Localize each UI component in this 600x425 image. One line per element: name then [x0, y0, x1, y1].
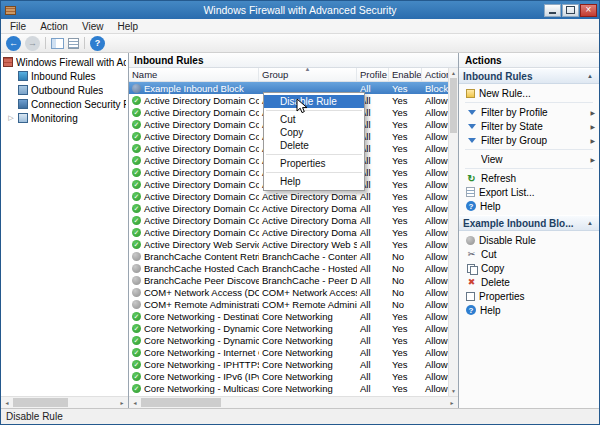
- context-menu-copy[interactable]: Copy: [264, 126, 364, 139]
- table-row[interactable]: Active Directory Domain Controller - W3.…: [129, 226, 448, 238]
- column-header-enabled[interactable]: Enabled: [389, 68, 422, 81]
- scroll-thumb[interactable]: [141, 398, 221, 407]
- rule-profile-cell: All: [357, 310, 389, 322]
- context-menu-help[interactable]: Help: [264, 175, 364, 188]
- tree-horizontal-scrollbar[interactable]: ◄ ►: [1, 396, 128, 408]
- minimize-button[interactable]: [544, 4, 561, 17]
- scroll-thumb[interactable]: [450, 78, 457, 133]
- context-menu-disable-rule[interactable]: Disable Rule: [264, 95, 364, 108]
- action-filter-by-state[interactable]: Filter by State▶: [459, 119, 599, 133]
- collapse-arrow-icon[interactable]: ▲: [585, 220, 595, 226]
- scroll-right-button[interactable]: ►: [446, 400, 458, 406]
- column-header-action[interactable]: Action: [422, 68, 448, 81]
- table-row[interactable]: Core Networking - Multicast Listener Do.…: [129, 382, 448, 394]
- allow-rule-icon: [132, 204, 141, 213]
- action-filter-by-group[interactable]: Filter by Group▶: [459, 133, 599, 147]
- scroll-right-button[interactable]: ►: [116, 400, 128, 406]
- menu-help[interactable]: Help: [110, 20, 145, 33]
- help-button[interactable]: [90, 36, 105, 51]
- table-row[interactable]: Active Directory Domain Controller (RPC)…: [129, 202, 448, 214]
- maximize-button[interactable]: [562, 4, 579, 17]
- column-header-name[interactable]: Name: [129, 68, 259, 81]
- table-row[interactable]: BranchCache Content Retrieval (HTTP-In)B…: [129, 250, 448, 262]
- rule-enabled-cell: Yes: [389, 154, 422, 166]
- scroll-track[interactable]: [13, 397, 116, 408]
- column-header-group[interactable]: Group▲: [259, 68, 357, 81]
- scroll-thumb[interactable]: [13, 398, 68, 407]
- connection-security-rules-icon: [18, 99, 28, 109]
- scroll-down-button[interactable]: ▼: [451, 386, 456, 396]
- rule-action-cell: Allow: [422, 226, 448, 238]
- tree-item-monitoring[interactable]: ▷Monitoring: [1, 111, 128, 125]
- action-cut[interactable]: Cut: [459, 247, 599, 261]
- inbound-rules-icon: [18, 71, 28, 81]
- back-button[interactable]: [6, 36, 21, 51]
- table-row[interactable]: Core Networking - Destination Unreacha..…: [129, 310, 448, 322]
- rule-name-cell: COM+ Remote Administration (DCOM-In): [129, 298, 259, 310]
- action-view[interactable]: View▶: [459, 152, 599, 166]
- rule-name-cell: COM+ Network Access (DCOM-In): [129, 286, 259, 298]
- table-row[interactable]: Core Networking - Dynamic Host Config...…: [129, 334, 448, 346]
- rule-action-cell: Allow: [422, 142, 448, 154]
- menu-file[interactable]: File: [3, 20, 33, 33]
- tree-item-inbound-rules[interactable]: Inbound Rules: [1, 69, 128, 83]
- rule-profile-cell: All: [357, 322, 389, 334]
- context-menu-delete[interactable]: Delete: [264, 139, 364, 152]
- table-row[interactable]: Active Directory Domain Controller (RPC.…: [129, 214, 448, 226]
- tree-item-connection-security-rules[interactable]: Connection Security Rules: [1, 97, 128, 111]
- close-button[interactable]: [580, 4, 597, 17]
- rule-enabled-cell: Yes: [389, 202, 422, 214]
- action-delete[interactable]: Delete: [459, 275, 599, 289]
- action-help[interactable]: Help: [459, 303, 599, 317]
- rule-name-cell: Active Directory Domain Controller - SA.…: [129, 190, 259, 202]
- rule-action-cell: Allow: [422, 370, 448, 382]
- scroll-track[interactable]: [449, 78, 458, 386]
- list-horizontal-scrollbar[interactable]: ◄ ►: [129, 396, 458, 408]
- submenu-arrow-icon: ▶: [590, 137, 595, 144]
- table-row[interactable]: Core Networking - Internet Group Mana...…: [129, 346, 448, 358]
- export-list-button[interactable]: [68, 38, 79, 49]
- rule-profile-cell: All: [357, 298, 389, 310]
- tree-root[interactable]: Windows Firewall with Advanc: [1, 55, 128, 69]
- section-header-example-inbound-blo[interactable]: Example Inbound Blo...▲: [459, 215, 599, 231]
- table-row[interactable]: Core Networking - IPHTTPS (TCP-In)Core N…: [129, 358, 448, 370]
- actions-sections: Inbound Rules▲New Rule...Filter by Profi…: [459, 68, 599, 319]
- table-row[interactable]: Core Networking - IPv6 (IPv6-In)Core Net…: [129, 370, 448, 382]
- tree-item-outbound-rules[interactable]: Outbound Rules: [1, 83, 128, 97]
- allow-rule-icon: [132, 324, 141, 333]
- table-row[interactable]: Core Networking - Dynamic Host Config...…: [129, 322, 448, 334]
- scroll-left-button[interactable]: ◄: [1, 400, 13, 406]
- menu-view[interactable]: View: [75, 20, 111, 33]
- show-tree-button[interactable]: [51, 38, 64, 49]
- vertical-scrollbar[interactable]: ▲ ▼: [448, 68, 458, 396]
- context-menu-cut[interactable]: Cut: [264, 113, 364, 126]
- action-filter-by-profile[interactable]: Filter by Profile▶: [459, 105, 599, 119]
- table-row[interactable]: COM+ Remote Administration (DCOM-In)COM+…: [129, 298, 448, 310]
- context-menu-properties[interactable]: Properties: [264, 157, 364, 170]
- scroll-track[interactable]: [141, 397, 446, 408]
- forward-button[interactable]: [25, 36, 40, 51]
- action-disable-rule[interactable]: Disable Rule: [459, 233, 599, 247]
- action-new-rule[interactable]: New Rule...: [459, 86, 599, 100]
- table-row[interactable]: Active Directory Web Services (TCP-In)Ac…: [129, 238, 448, 250]
- column-header-profile[interactable]: Profile: [357, 68, 389, 81]
- action-export-list[interactable]: Export List...: [459, 185, 599, 199]
- action-help[interactable]: Help: [459, 199, 599, 213]
- action-refresh[interactable]: Refresh: [459, 171, 599, 185]
- collapse-arrow-icon[interactable]: ▲: [585, 73, 595, 79]
- rule-enabled-cell: Yes: [389, 178, 422, 190]
- table-row[interactable]: COM+ Network Access (DCOM-In)COM+ Networ…: [129, 286, 448, 298]
- table-row[interactable]: BranchCache Hosted Cache Server (HTT...B…: [129, 262, 448, 274]
- status-text: Disable Rule: [6, 411, 63, 422]
- scroll-left-button[interactable]: ◄: [129, 400, 141, 406]
- action-copy[interactable]: Copy: [459, 261, 599, 275]
- menu-action[interactable]: Action: [33, 20, 75, 33]
- table-row[interactable]: Active Directory Domain Controller - SA.…: [129, 190, 448, 202]
- scroll-up-button[interactable]: ▲: [451, 68, 456, 78]
- table-row[interactable]: BranchCache Peer Discovery (WSD-In)Branc…: [129, 274, 448, 286]
- rule-name-cell: Active Directory Domain Controller - E..…: [129, 94, 259, 106]
- action-properties[interactable]: Properties: [459, 289, 599, 303]
- rule-action-cell: Allow: [422, 310, 448, 322]
- allow-rule-icon: [132, 348, 141, 357]
- section-header-inbound-rules[interactable]: Inbound Rules▲: [459, 68, 599, 84]
